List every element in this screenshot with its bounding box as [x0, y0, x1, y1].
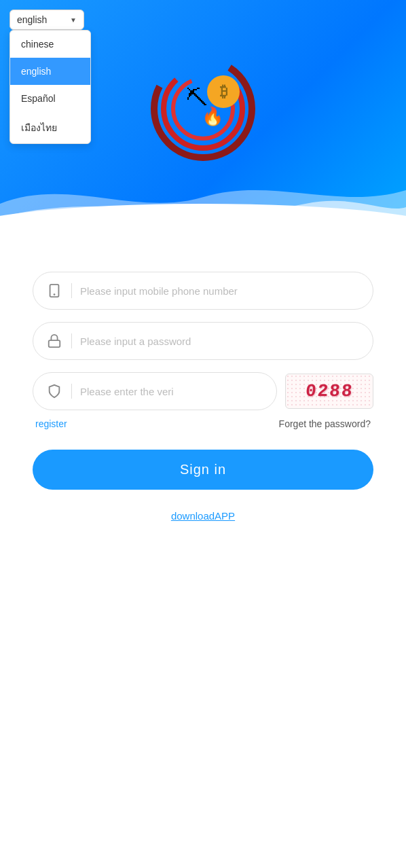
phone-input-group — [33, 272, 373, 310]
language-dropdown-menu: chinese english Español เมืองไทย — [10, 30, 91, 144]
input-divider-2 — [71, 333, 72, 348]
hero-section: english ▼ chinese english Español เมืองไ… — [0, 0, 406, 251]
svg-text:₿: ₿ — [220, 83, 227, 100]
language-option-thai[interactable]: เมืองไทย — [10, 112, 90, 143]
language-selector[interactable]: english ▼ chinese english Español เมืองไ… — [10, 10, 84, 30]
language-option-english[interactable]: english — [10, 58, 90, 85]
language-option-espanol[interactable]: Español — [10, 85, 90, 112]
captcha-row: 0288 — [33, 372, 373, 410]
language-option-chinese[interactable]: chinese — [10, 31, 90, 58]
svg-rect-9 — [49, 340, 60, 347]
input-divider — [71, 283, 72, 298]
lock-icon — [45, 332, 63, 350]
app-logo: ₿ ⛏ 🔥 — [149, 54, 257, 163]
shield-icon — [45, 382, 63, 400]
wave-decoration — [0, 163, 406, 231]
captcha-input[interactable] — [80, 386, 264, 397]
captcha-code: 0288 — [304, 381, 354, 401]
form-area: 0288 register Forget the password? Sign … — [0, 251, 406, 536]
language-select-button[interactable]: english ▼ — [10, 10, 84, 30]
password-input[interactable] — [80, 336, 361, 347]
download-app-link[interactable]: downloadAPP — [171, 510, 235, 522]
download-area: downloadAPP — [33, 510, 373, 522]
signin-button[interactable]: Sign in — [33, 450, 373, 490]
current-language-label: english — [17, 14, 47, 25]
phone-input[interactable] — [80, 285, 361, 297]
links-row: register Forget the password? — [33, 418, 373, 429]
register-link[interactable]: register — [35, 418, 67, 429]
svg-text:🔥: 🔥 — [202, 105, 224, 127]
chevron-down-icon: ▼ — [70, 16, 77, 24]
captcha-input-group — [33, 372, 277, 410]
input-divider-3 — [71, 384, 72, 399]
phone-icon — [45, 282, 63, 300]
captcha-image[interactable]: 0288 — [285, 374, 373, 409]
forget-password-link[interactable]: Forget the password? — [279, 418, 371, 429]
password-input-group — [33, 322, 373, 360]
